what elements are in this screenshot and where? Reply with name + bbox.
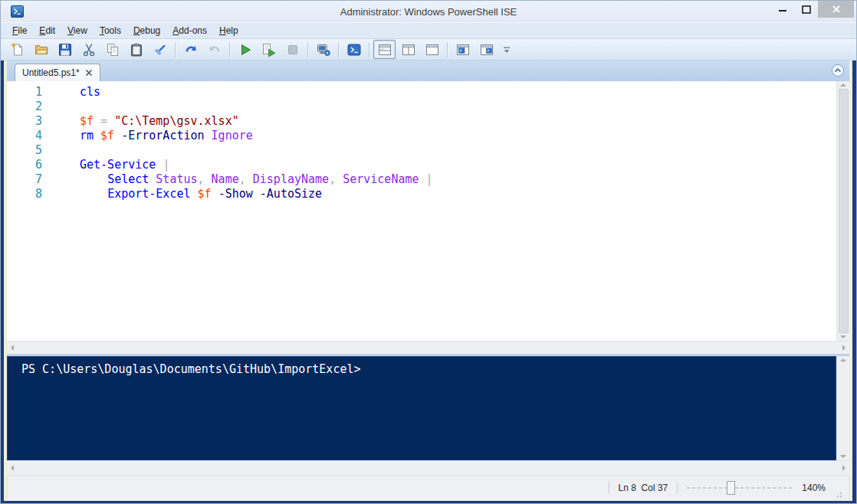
scroll-up-icon[interactable] <box>840 358 846 362</box>
menu-item-tools[interactable]: Tools <box>94 24 127 38</box>
editor-line: 2 <box>7 100 836 114</box>
zoom-slider[interactable] <box>687 481 794 495</box>
toolbar-separator <box>338 42 339 57</box>
title-bar: Administrator: Windows PowerShell ISE <box>1 1 856 22</box>
minimize-button[interactable] <box>770 1 794 18</box>
tab-label: Untitled5.ps1* <box>22 67 80 78</box>
cursor-position: Ln 8 Col 37 <box>619 483 668 493</box>
redo-icon <box>207 42 222 57</box>
tab-untitled5[interactable]: Untitled5.ps1* <box>15 64 100 81</box>
script-pane-top-icon <box>377 42 392 57</box>
undo-icon <box>183 42 199 57</box>
editor-line: 1cls <box>7 85 836 100</box>
editor-line: 6Get-Service | <box>7 158 836 172</box>
close-button[interactable] <box>818 1 854 18</box>
code-text: rm $f -ErrorAction Ignore <box>45 129 253 143</box>
code-text: $f = "C:\Temp\gsv.xlsx" <box>45 114 239 129</box>
scroll-down-icon[interactable] <box>840 335 846 339</box>
scroll-left-icon[interactable] <box>11 345 14 351</box>
scroll-left-icon[interactable] <box>11 465 14 471</box>
close-icon <box>832 5 841 14</box>
code-text: Select Status, Name, DisplayName, Servic… <box>45 172 433 187</box>
code-editor[interactable]: 1cls23$f = "C:\Temp\gsv.xlsx"4rm $f -Err… <box>7 81 836 341</box>
console-horizontal-scrollbar[interactable] <box>7 460 849 475</box>
zoom-slider-handle[interactable] <box>727 481 735 495</box>
maximize-button[interactable] <box>794 1 818 18</box>
powershell-ise-window: Administrator: Windows PowerShell ISE Fi… <box>0 0 857 504</box>
menu-bar: FileEditViewToolsDebugAdd-onsHelp <box>1 22 856 38</box>
open-file-icon <box>34 42 49 57</box>
paste-button[interactable] <box>125 40 147 59</box>
paste-icon <box>129 42 144 57</box>
editor-horizontal-scrollbar[interactable] <box>7 341 849 354</box>
minimize-icon <box>778 5 787 13</box>
toolbar-separator <box>175 42 176 57</box>
scroll-down-icon[interactable] <box>840 455 846 458</box>
line-number: 5 <box>7 143 45 158</box>
scroll-up-icon[interactable] <box>840 83 846 87</box>
console-pane[interactable]: PS C:\Users\Douglas\Documents\GitHub\Imp… <box>7 356 836 460</box>
code-text: Get-Service | <box>45 158 169 172</box>
show-command-window-button[interactable] <box>451 40 474 59</box>
show-console-pane-button[interactable] <box>475 40 497 59</box>
toolbar-options-icon <box>499 42 514 57</box>
status-separator <box>609 482 609 494</box>
script-pane: 1cls23$f = "C:\Temp\gsv.xlsx"4rm $f -Err… <box>7 81 849 354</box>
stop-operation-icon <box>285 42 300 57</box>
line-number: 6 <box>7 158 45 172</box>
close-icon <box>85 69 93 77</box>
run-script-icon <box>238 42 253 57</box>
window-title: Administrator: Windows PowerShell ISE <box>1 6 856 18</box>
editor-line: 3$f = "C:\Temp\gsv.xlsx" <box>7 114 836 129</box>
menu-item-edit[interactable]: Edit <box>33 24 61 38</box>
script-pane-maximized-button[interactable] <box>421 40 443 59</box>
copy-icon <box>105 42 120 57</box>
editor-vertical-scrollbar[interactable] <box>836 81 849 341</box>
status-bar: Ln 8 Col 37 140% <box>7 475 849 501</box>
toolbar <box>1 38 856 61</box>
clear-console-button[interactable] <box>149 40 171 59</box>
scroll-right-icon[interactable] <box>842 465 846 471</box>
cut-button[interactable] <box>77 40 100 59</box>
powershell-app-icon <box>11 5 24 18</box>
open-file-button[interactable] <box>30 40 52 59</box>
toolbar-options-button[interactable] <box>499 40 514 59</box>
collapse-script-pane-button[interactable] <box>831 64 845 77</box>
copy-button[interactable] <box>101 40 123 59</box>
console-row: PS C:\Users\Douglas\Documents\GitHub\Imp… <box>7 356 849 460</box>
toolbar-separator <box>369 42 369 57</box>
zoom-slider-track[interactable] <box>687 487 794 489</box>
run-script-button[interactable] <box>234 40 256 59</box>
new-file-button[interactable] <box>6 40 28 59</box>
editor-line: 7 Select Status, Name, DisplayName, Serv… <box>7 172 836 187</box>
menu-item-file[interactable]: File <box>6 24 33 38</box>
menu-item-view[interactable]: View <box>61 24 94 38</box>
show-command-window-icon <box>455 42 471 57</box>
save-icon <box>57 42 73 57</box>
chevron-up-circle-icon <box>831 64 845 77</box>
run-selection-button[interactable] <box>258 40 280 59</box>
scrollbar-thumb[interactable] <box>839 89 849 333</box>
menu-item-debug[interactable]: Debug <box>127 24 166 38</box>
editor-line: 8 Export-Excel $f -Show -AutoSize <box>7 187 836 201</box>
script-pane-top-button[interactable] <box>373 40 396 59</box>
stop-operation-button[interactable] <box>281 40 304 59</box>
scroll-right-icon[interactable] <box>842 345 846 351</box>
new-remote-powershell-tab-button[interactable] <box>312 40 334 59</box>
line-number: 4 <box>7 129 45 143</box>
redo-button[interactable] <box>203 40 225 59</box>
start-powershell-button[interactable] <box>343 40 365 59</box>
tab-close-button[interactable] <box>85 69 93 77</box>
toolbar-separator <box>307 42 308 57</box>
menu-item-help[interactable]: Help <box>213 24 245 38</box>
status-separator <box>677 482 678 494</box>
script-pane-right-button[interactable] <box>397 40 419 59</box>
menu-item-add-ons[interactable]: Add-ons <box>166 24 213 38</box>
console-vertical-scrollbar[interactable] <box>836 356 849 460</box>
undo-button[interactable] <box>179 40 202 59</box>
zoom-level: 140% <box>802 483 826 493</box>
resize-grip-icon[interactable] <box>833 489 842 498</box>
save-button[interactable] <box>54 40 76 59</box>
editor-line: 5 <box>7 143 836 158</box>
script-pane-right-icon <box>401 42 416 57</box>
